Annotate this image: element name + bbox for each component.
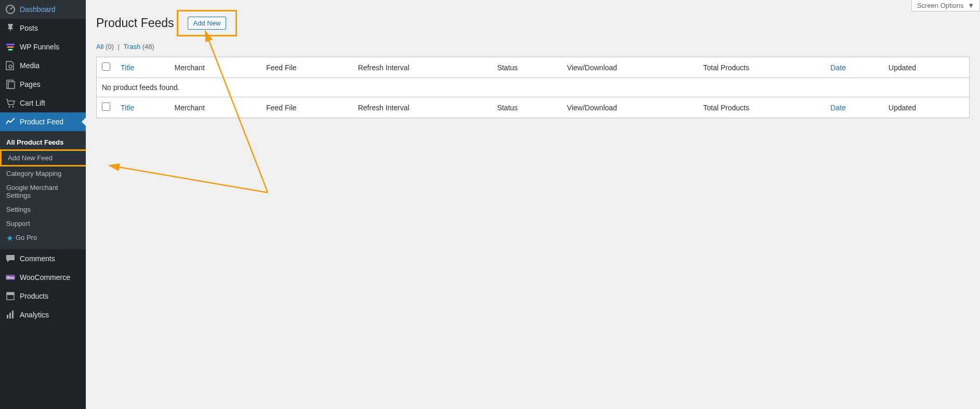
filter-trash[interactable]: Trash (123, 43, 140, 50)
svg-rect-3 (8, 49, 12, 50)
main-content: Screen Options ▼ Product Feeds Add New A… (86, 0, 980, 129)
col-merchant-foot: Merchant (169, 97, 261, 118)
col-feed-file-foot: Feed File (261, 97, 353, 118)
col-title-foot[interactable]: Title (115, 97, 169, 118)
filter-separator: | (118, 43, 120, 50)
select-all-header (97, 57, 116, 78)
sidebar-item-posts[interactable]: Posts (0, 19, 86, 37)
chart-icon (5, 117, 16, 127)
col-refresh: Refresh Interval (352, 57, 492, 78)
page-title: Product Feeds (96, 16, 174, 30)
sidebar-item-media[interactable]: Media (0, 56, 86, 75)
sidebar-item-wpfunnels[interactable]: WP Funnels (0, 37, 86, 56)
svg-point-8 (12, 106, 14, 108)
col-total: Total Products (698, 57, 825, 78)
sidebar-item-pages[interactable]: Pages (0, 75, 86, 94)
select-all-footer (97, 97, 116, 118)
svg-rect-6 (8, 82, 15, 88)
filter-all[interactable]: All (96, 43, 103, 50)
svg-rect-2 (7, 46, 14, 48)
sidebar-item-cartlift[interactable]: Cart Lift (0, 94, 86, 112)
add-new-highlight: Add New (177, 10, 238, 36)
sidebar-item-label: Media (20, 61, 40, 70)
page-header: Product Feeds Add New (96, 5, 970, 39)
filter-all-count: (0) (106, 43, 114, 50)
sidebar-top: Dashboard Posts WP Funnels Media Pages C… (0, 0, 86, 129)
col-date-foot[interactable]: Date (825, 97, 883, 118)
col-refresh-foot: Refresh Interval (352, 97, 492, 118)
col-feed-file: Feed File (261, 57, 353, 78)
sidebar-item-label: Product Feed (20, 118, 63, 126)
add-new-button[interactable]: Add New (188, 17, 227, 30)
media-icon (5, 60, 16, 71)
admin-sidebar: Dashboard Posts WP Funnels Media Pages C… (0, 0, 86, 129)
select-all-checkbox[interactable] (102, 62, 110, 71)
svg-rect-1 (6, 44, 15, 45)
pages-icon (5, 79, 16, 90)
sidebar-item-label: WP Funnels (20, 43, 59, 51)
sidebar-item-label: Posts (20, 24, 38, 32)
col-updated-foot: Updated (883, 97, 969, 118)
sidebar-item-dashboard[interactable]: Dashboard (0, 0, 86, 19)
feeds-table: Title Merchant Feed File Refresh Interva… (96, 57, 970, 118)
col-view-foot: View/Download (562, 97, 698, 118)
cart-icon (5, 98, 16, 108)
col-updated: Updated (883, 57, 969, 78)
svg-point-4 (9, 65, 12, 68)
sidebar-item-label: Cart Lift (20, 99, 45, 107)
sidebar-item-label: Dashboard (20, 5, 56, 14)
sidebar-item-label: Pages (20, 80, 41, 88)
table-empty-row: No product feeds found. (97, 78, 970, 97)
svg-point-7 (9, 106, 10, 108)
list-filters: All (0) | Trash (48) (96, 43, 970, 50)
pin-icon (5, 23, 16, 33)
col-merchant: Merchant (169, 57, 261, 78)
sidebar-item-productfeed[interactable]: Product Feed (0, 112, 86, 129)
funnels-icon (5, 42, 16, 52)
col-status-foot: Status (492, 97, 561, 118)
col-title[interactable]: Title (115, 57, 169, 78)
col-total-foot: Total Products (698, 97, 825, 118)
dashboard-icon (5, 4, 16, 15)
col-view: View/Download (562, 57, 698, 78)
filter-trash-count: (48) (142, 43, 154, 50)
empty-message: No product feeds found. (97, 78, 970, 97)
table-footer-row: Title Merchant Feed File Refresh Interva… (97, 97, 970, 118)
col-status: Status (492, 57, 561, 78)
table-header-row: Title Merchant Feed File Refresh Interva… (97, 57, 970, 78)
select-all-checkbox-footer[interactable] (102, 103, 110, 111)
col-date[interactable]: Date (825, 57, 883, 78)
